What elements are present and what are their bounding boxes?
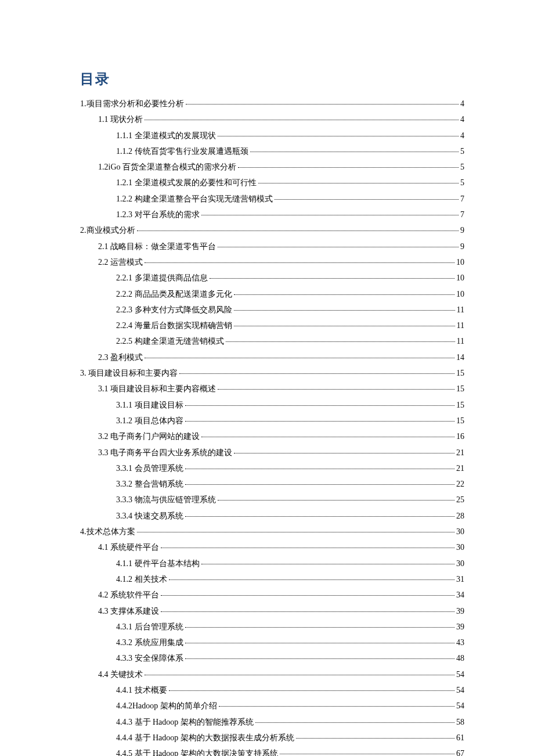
toc-entry[interactable]: 1.2iGo 百货全渠道整合模式的需求分析5 xyxy=(80,161,464,173)
toc-entry[interactable]: 1.项目需求分析和必要性分析4 xyxy=(80,98,464,110)
toc-entry[interactable]: 2.商业模式分析9 xyxy=(80,224,464,236)
toc-entry[interactable]: 4.4.3 基于 Hadoop 架构的智能推荐系统58 xyxy=(80,716,464,728)
toc-entry-page: 30 xyxy=(456,525,464,538)
table-of-contents: 1.项目需求分析和必要性分析41.1 现状分析41.1.1 全渠道模式的发展现状… xyxy=(80,98,464,756)
toc-leader-dots xyxy=(234,326,455,326)
toc-leader-dots xyxy=(145,262,454,263)
toc-entry[interactable]: 3.3.1 会员管理系统21 xyxy=(80,462,464,474)
toc-entry[interactable]: 3. 项目建设目标和主要内容15 xyxy=(80,367,464,379)
toc-entry[interactable]: 2.2.4 海量后台数据实现精确营销11 xyxy=(80,319,464,332)
toc-title: 目录 xyxy=(80,70,464,88)
toc-entry-text: 4.1.1 硬件平台基本结构 xyxy=(116,557,200,570)
toc-entry-text: 3.3.4 快速交易系统 xyxy=(116,510,183,522)
toc-leader-dots xyxy=(234,310,455,311)
toc-entry-text: 4.4.3 基于 Hadoop 架构的智能推荐系统 xyxy=(116,716,254,728)
toc-leader-dots xyxy=(145,358,454,358)
toc-entry-text: 1.1.1 全渠道模式的发展现状 xyxy=(116,129,216,142)
toc-entry-page: 15 xyxy=(456,367,464,379)
toc-entry[interactable]: 4.4.5 基于 Hadoop 架构的大数据决策支持系统67 xyxy=(80,747,464,756)
toc-entry[interactable]: 3.3 电子商务平台四大业务系统的建设21 xyxy=(80,447,464,459)
toc-entry-text: 2.2.3 多种支付方式降低交易风险 xyxy=(116,304,232,316)
toc-entry[interactable]: 4.3.2 系统应用集成43 xyxy=(80,636,464,649)
toc-entry[interactable]: 1.1 现状分析4 xyxy=(80,113,464,125)
toc-entry[interactable]: 3.2 电子商务门户网站的建设16 xyxy=(80,430,464,442)
toc-entry[interactable]: 2.2.5 构建全渠道无缝营销模式11 xyxy=(80,335,464,347)
toc-leader-dots xyxy=(161,548,454,548)
toc-entry-page: 5 xyxy=(460,177,464,189)
toc-leader-dots xyxy=(218,500,455,501)
toc-leader-dots xyxy=(218,389,454,390)
toc-entry[interactable]: 2.3 盈利模式14 xyxy=(80,351,464,363)
toc-leader-dots xyxy=(255,722,454,723)
toc-entry-page: 61 xyxy=(456,732,464,744)
toc-entry-text: 4.4.2Hadoop 架构的简单介绍 xyxy=(116,700,217,712)
toc-leader-dots xyxy=(185,643,455,643)
toc-entry-text: 4.3.2 系统应用集成 xyxy=(116,636,183,649)
toc-leader-dots xyxy=(201,215,459,215)
toc-leader-dots xyxy=(280,754,454,754)
toc-entry[interactable]: 3.1 项目建设目标和主要内容概述15 xyxy=(80,383,464,395)
toc-entry[interactable]: 4.4 关键技术54 xyxy=(80,668,464,681)
toc-entry[interactable]: 4.3 支撑体系建设39 xyxy=(80,605,464,617)
toc-entry-text: 1.1 现状分析 xyxy=(98,113,143,125)
toc-entry-text: 3.1.1 项目建设目标 xyxy=(116,399,183,411)
toc-entry[interactable]: 2.2.2 商品品类及配送渠道多元化10 xyxy=(80,288,464,300)
toc-entry[interactable]: 4.3.3 安全保障体系48 xyxy=(80,652,464,664)
toc-entry-text: 4.技术总体方案 xyxy=(80,525,135,538)
toc-entry-page: 11 xyxy=(457,304,464,316)
toc-entry[interactable]: 4.3.1 后台管理系统39 xyxy=(80,621,464,633)
toc-entry[interactable]: 4.4.4 基于 Hadoop 架构的大数据报表生成分析系统61 xyxy=(80,732,464,744)
toc-entry-text: 2.2.1 多渠道提供商品信息 xyxy=(116,272,208,284)
toc-entry-text: 1.2iGo 百货全渠道整合模式的需求分析 xyxy=(98,161,236,173)
toc-entry-page: 43 xyxy=(456,636,464,649)
toc-entry-text: 4.1 系统硬件平台 xyxy=(98,541,159,553)
toc-entry[interactable]: 1.2.2 构建全渠道整合平台实现无缝营销模式7 xyxy=(80,193,464,205)
toc-entry[interactable]: 3.3.2 整合营销系统22 xyxy=(80,478,464,490)
toc-entry-text: 2.1 战略目标：做全渠道零售平台 xyxy=(98,240,216,253)
toc-entry[interactable]: 2.2.1 多渠道提供商品信息10 xyxy=(80,272,464,284)
toc-entry-text: 2.3 盈利模式 xyxy=(98,351,143,363)
toc-leader-dots xyxy=(161,611,454,612)
toc-entry-text: 4.3.3 安全保障体系 xyxy=(116,652,183,664)
toc-entry-text: 2.2 运营模式 xyxy=(98,256,143,268)
toc-entry[interactable]: 4.4.2Hadoop 架构的简单介绍54 xyxy=(80,700,464,712)
toc-leader-dots xyxy=(185,658,455,659)
toc-entry[interactable]: 1.2.3 对平台系统的需求7 xyxy=(80,208,464,221)
toc-entry-text: 1.2.3 对平台系统的需求 xyxy=(116,208,200,221)
toc-entry-text: 3.1 项目建设目标和主要内容概述 xyxy=(98,383,216,395)
toc-entry-text: 3.3.2 整合营销系统 xyxy=(116,478,183,490)
toc-entry[interactable]: 1.1.1 全渠道模式的发展现状4 xyxy=(80,129,464,142)
toc-leader-dots xyxy=(179,373,454,374)
toc-entry-page: 54 xyxy=(456,700,464,712)
toc-entry[interactable]: 3.3.3 物流与供应链管理系统25 xyxy=(80,494,464,506)
toc-leader-dots xyxy=(219,706,454,707)
toc-entry[interactable]: 4.4.1 技术概要54 xyxy=(80,684,464,696)
toc-entry-text: 4.1.2 相关技术 xyxy=(116,573,167,585)
toc-entry[interactable]: 4.1 系统硬件平台30 xyxy=(80,541,464,553)
toc-entry-page: 15 xyxy=(456,399,464,411)
toc-entry-page: 7 xyxy=(460,193,464,205)
toc-entry[interactable]: 3.1.1 项目建设目标15 xyxy=(80,399,464,411)
toc-entry-page: 39 xyxy=(456,605,464,617)
toc-leader-dots xyxy=(185,516,455,517)
toc-entry[interactable]: 4.1.1 硬件平台基本结构30 xyxy=(80,557,464,570)
toc-entry[interactable]: 2.1 战略目标：做全渠道零售平台9 xyxy=(80,240,464,253)
toc-entry-text: 3.3.3 物流与供应链管理系统 xyxy=(116,494,216,506)
toc-entry[interactable]: 2.2.3 多种支付方式降低交易风险11 xyxy=(80,304,464,316)
toc-entry[interactable]: 1.2.1 全渠道模式发展的必要性和可行性5 xyxy=(80,177,464,189)
toc-entry-page: 4 xyxy=(460,129,464,142)
toc-entry[interactable]: 4.技术总体方案30 xyxy=(80,525,464,538)
toc-entry[interactable]: 3.1.2 项目总体内容15 xyxy=(80,415,464,427)
toc-entry[interactable]: 4.1.2 相关技术31 xyxy=(80,573,464,585)
toc-entry-page: 10 xyxy=(456,256,464,268)
toc-leader-dots xyxy=(234,453,454,453)
toc-leader-dots xyxy=(169,690,455,691)
toc-entry[interactable]: 3.3.4 快速交易系统28 xyxy=(80,510,464,522)
toc-entry[interactable]: 4.2 系统软件平台34 xyxy=(80,589,464,601)
toc-leader-dots xyxy=(137,532,455,532)
toc-leader-dots xyxy=(238,167,459,168)
toc-entry[interactable]: 1.1.2 传统百货零售行业发展遭遇瓶颈5 xyxy=(80,145,464,157)
toc-entry-page: 22 xyxy=(456,478,464,490)
toc-entry[interactable]: 2.2 运营模式10 xyxy=(80,256,464,268)
toc-entry-text: 3.3.1 会员管理系统 xyxy=(116,462,183,474)
